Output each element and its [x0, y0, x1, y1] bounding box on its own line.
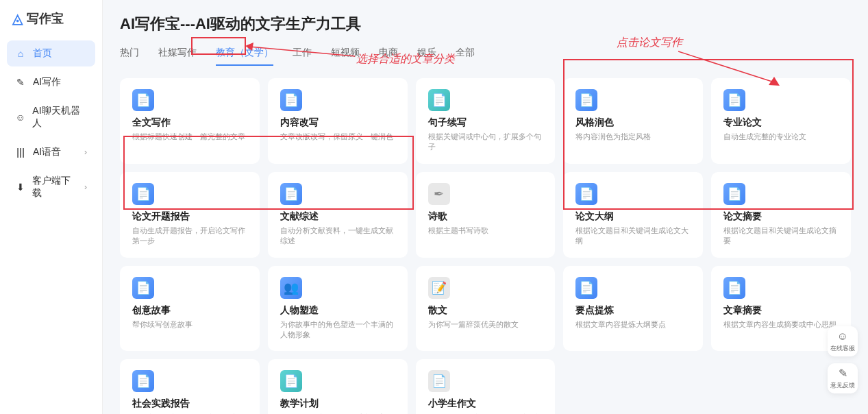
feedback-icon: ✎ — [839, 367, 847, 380]
tab-work[interactable]: 工作 — [293, 47, 312, 66]
card-17[interactable]: 📄小学生作文为中小学生作文题目提供优秀范文 — [416, 359, 556, 414]
card-title: 风格润色 — [575, 117, 691, 129]
card-icon: 📄 — [428, 370, 450, 392]
card-icon: 📄 — [132, 183, 154, 205]
card-title: 论文开题报告 — [132, 210, 247, 223]
card-icon: 📄 — [575, 89, 597, 111]
card-desc: 自动生成完整的专业论文 — [723, 132, 839, 142]
card-10[interactable]: 📄创意故事帮你续写创意故事 — [120, 266, 260, 352]
main-content: AI写作宝---AI驱动的文字生产力工具 热门 社媒写作 教育（文学） 工作 短… — [103, 0, 868, 414]
download-icon: ⬇ — [15, 182, 25, 193]
card-6[interactable]: 📄文献综述自动分析文献资料，一键生成文献综述 — [268, 172, 408, 258]
card-icon: 📄 — [280, 183, 302, 205]
sidebar: ◬ 写作宝 ⌂ 首页 ✎ AI写作 ☺ AI聊天机器人 ǀǀǀ AI语音 › ⬇… — [0, 0, 103, 414]
card-title: 专业论文 — [723, 117, 839, 129]
float-label: 意见反馈 — [830, 381, 855, 390]
card-13[interactable]: 📄要点提炼根据文章内容提炼大纲要点 — [563, 266, 703, 352]
page-title: AI写作宝---AI驱动的文字生产力工具 — [120, 14, 851, 34]
card-12[interactable]: 📝散文为你写一篇辞藻优美的散文 — [416, 266, 556, 352]
card-icon: 📄 — [428, 89, 450, 111]
card-11[interactable]: 👥人物塑造为你故事中的角色塑造一个丰满的人物形象 — [268, 266, 408, 352]
card-icon: 📄 — [132, 370, 154, 392]
float-label: 在线客服 — [830, 344, 855, 353]
card-desc: 文章改版改写，保留原义一键润色 — [280, 132, 395, 142]
card-icon: 📄 — [132, 89, 154, 111]
card-title: 小学生作文 — [428, 398, 543, 410]
nav-label: AI语音 — [33, 146, 61, 158]
nav-download[interactable]: ⬇ 客户端下载 › — [7, 168, 95, 206]
audio-icon: ǀǀǀ — [15, 147, 26, 158]
cards-grid: 📄全文写作根据标题快速创建一篇完整的文章📄内容改写文章改版改写，保留原义一键润色… — [120, 78, 851, 414]
logo: ◬ 写作宝 — [7, 10, 95, 27]
card-title: 诗歌 — [428, 210, 543, 223]
card-icon: 📄 — [280, 370, 302, 392]
card-icon: 📄 — [723, 277, 745, 299]
support-icon: ☺ — [837, 330, 848, 343]
nav-label: AI写作 — [33, 76, 61, 88]
card-title: 创意故事 — [132, 304, 247, 317]
tab-social[interactable]: 社媒写作 — [158, 47, 197, 66]
nav-ai-voice[interactable]: ǀǀǀ AI语音 › — [7, 139, 95, 165]
card-16[interactable]: 📄教学计划根据课程内容快速生成千字教案 — [268, 359, 408, 414]
tab-all[interactable]: 全部 — [456, 47, 475, 66]
chevron-right-icon: › — [84, 147, 87, 157]
card-icon: 📄 — [575, 183, 597, 205]
card-title: 教学计划 — [280, 398, 395, 410]
card-4[interactable]: 📄专业论文自动生成完整的专业论文 — [711, 78, 851, 164]
card-title: 论文摘要 — [723, 210, 839, 223]
card-desc: 将内容润色为指定风格 — [575, 132, 691, 142]
card-desc: 根据关键词或中心句，扩展多个句子 — [428, 132, 543, 153]
card-1[interactable]: 📄内容改写文章改版改写，保留原义一键润色 — [268, 78, 408, 164]
card-9[interactable]: 📄论文摘要根据论文题目和关键词生成论文摘要 — [711, 172, 851, 258]
logo-icon: ◬ — [12, 10, 23, 27]
card-2[interactable]: 📄句子续写根据关键词或中心句，扩展多个句子 — [416, 78, 556, 164]
card-title: 全文写作 — [132, 117, 247, 129]
card-desc: 为你故事中的角色塑造一个丰满的人物形象 — [280, 319, 395, 341]
card-5[interactable]: 📄论文开题报告自动生成开题报告，开启论文写作第一步 — [120, 172, 260, 258]
nav-home[interactable]: ⌂ 首页 — [7, 40, 95, 66]
home-icon: ⌂ — [15, 48, 26, 59]
card-icon: 📄 — [723, 89, 745, 111]
card-title: 句子续写 — [428, 117, 543, 129]
chat-icon: ☺ — [15, 112, 25, 123]
card-title: 散文 — [428, 304, 543, 317]
tab-education[interactable]: 教育（文学） — [216, 47, 273, 66]
float-support[interactable]: ☺ 在线客服 — [828, 326, 858, 356]
card-8[interactable]: 📄论文大纲根据论文题目和关键词生成论文大纲 — [563, 172, 703, 258]
brand-name: 写作宝 — [27, 10, 64, 27]
card-title: 要点提炼 — [575, 304, 691, 317]
card-title: 人物塑造 — [280, 304, 395, 317]
card-desc: 为你写一篇辞藻优美的散文 — [428, 319, 543, 330]
card-icon: ✒ — [428, 183, 450, 205]
card-desc: 自动分析文献资料，一键生成文献综述 — [280, 226, 395, 247]
card-7[interactable]: ✒诗歌根据主题书写诗歌 — [416, 172, 556, 258]
card-desc: 根据文章内容生成摘要或中心思想 — [723, 319, 839, 330]
card-15[interactable]: 📄社会实践报告根据实践内容生成一篇实践报告 — [120, 359, 260, 414]
card-title: 文献综述 — [280, 210, 395, 223]
card-icon: 📄 — [575, 277, 597, 299]
card-desc: 帮你续写创意故事 — [132, 319, 247, 330]
tab-video[interactable]: 短视频 — [331, 47, 360, 66]
tab-ecommerce[interactable]: 电商 — [379, 47, 398, 66]
card-title: 文章摘要 — [723, 304, 839, 317]
card-desc: 根据论文题目和关键词生成论文大纲 — [575, 226, 691, 247]
card-title: 内容改写 — [280, 117, 395, 129]
tab-entertainment[interactable]: 娱乐 — [417, 47, 436, 66]
card-icon: 📄 — [132, 277, 154, 299]
nav-label: AI聊天机器人 — [32, 105, 87, 130]
chevron-right-icon: › — [84, 182, 87, 192]
card-icon: 📄 — [723, 183, 745, 205]
card-desc: 根据标题快速创建一篇完整的文章 — [132, 132, 247, 142]
card-3[interactable]: 📄风格润色将内容润色为指定风格 — [563, 78, 703, 164]
card-icon: 📄 — [280, 89, 302, 111]
card-0[interactable]: 📄全文写作根据标题快速创建一篇完整的文章 — [120, 78, 260, 164]
nav-label: 首页 — [33, 47, 52, 60]
card-desc: 根据论文题目和关键词生成论文摘要 — [723, 226, 839, 247]
category-tabs: 热门 社媒写作 教育（文学） 工作 短视频 电商 娱乐 全部 — [120, 47, 851, 66]
float-buttons: ☺ 在线客服 ✎ 意见反馈 — [828, 326, 858, 393]
float-feedback[interactable]: ✎ 意见反馈 — [828, 363, 858, 393]
card-title: 社会实践报告 — [132, 398, 247, 410]
nav-ai-chat[interactable]: ☺ AI聊天机器人 — [7, 98, 95, 136]
tab-hot[interactable]: 热门 — [120, 47, 139, 66]
nav-ai-write[interactable]: ✎ AI写作 — [7, 69, 95, 95]
